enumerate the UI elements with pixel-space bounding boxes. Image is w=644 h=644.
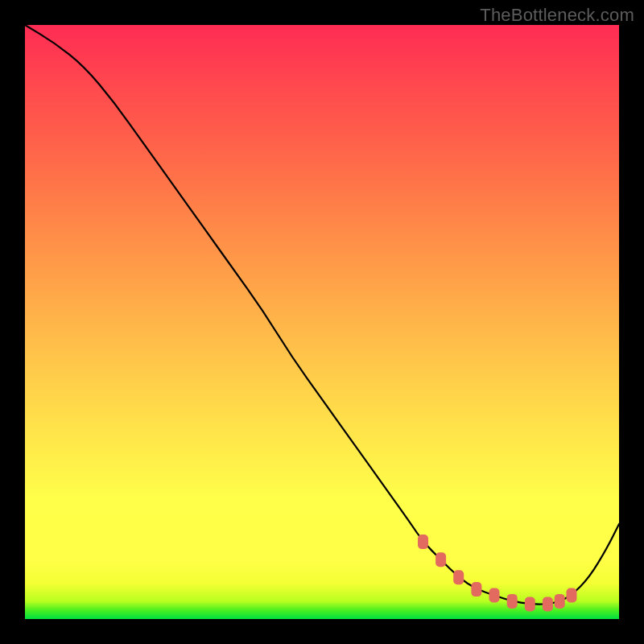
chart-frame: TheBottleneck.com <box>0 0 644 644</box>
plot-area <box>25 25 619 619</box>
watermark-label: TheBottleneck.com <box>480 5 634 26</box>
